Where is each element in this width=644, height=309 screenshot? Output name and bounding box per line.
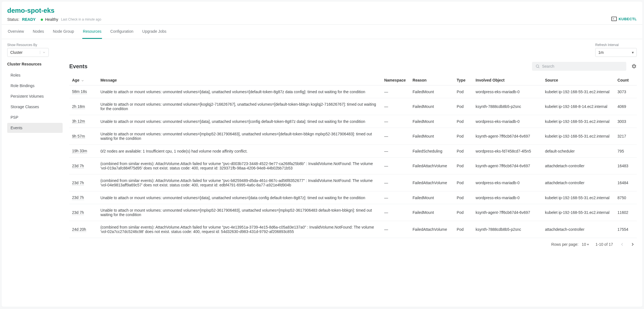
search-icon	[535, 64, 540, 69]
type-cell: Pod	[454, 85, 473, 98]
involved-cell: ksynth-7888cdb8b5-p2snc	[473, 221, 542, 238]
tab-node-group[interactable]: Node Group	[52, 25, 75, 39]
count-cell: 16484	[615, 174, 637, 191]
show-resources-by-field: Show Resources By Cluster	[7, 43, 49, 57]
type-cell: Pod	[454, 128, 473, 145]
table-row: 2h 18mUnable to attach or mount volumes:…	[69, 98, 637, 115]
reason-cell: FailedAttachVolume	[410, 158, 454, 174]
type-cell: Pod	[454, 191, 473, 204]
age-cell: 19h 33m	[72, 149, 87, 153]
gear-icon[interactable]	[631, 64, 637, 69]
message-cell: (combined from similar events): AttachVo…	[98, 174, 381, 191]
message-cell: 0/2 nodes are available: 1 Insufficient …	[98, 145, 381, 158]
age-cell: 23d 7h	[72, 195, 84, 200]
col-header-source[interactable]: Source	[542, 75, 615, 85]
reason-cell: FailedMount	[410, 128, 454, 145]
refresh-interval-select[interactable]: 1m ▾	[595, 48, 637, 57]
namespace-cell: —	[381, 191, 410, 204]
source-cell: kubelet ip-192-168-55-31.ec2.internal	[542, 115, 615, 128]
tab-upgrade-jobs[interactable]: Upgrade Jobs	[142, 25, 167, 39]
involved-cell: wordpress-eks-mariadb-0	[473, 85, 542, 98]
col-header-reason[interactable]: Reason	[410, 75, 454, 85]
health-text: Healthy	[45, 17, 58, 22]
table-row: 23d 7h(combined from similar events): At…	[69, 174, 637, 191]
table-row: 9h 57mUnable to attach or mount volumes:…	[69, 128, 637, 145]
status-value: READY	[22, 17, 36, 22]
count-cell: 3217	[615, 128, 637, 145]
count-cell: 795	[615, 145, 637, 158]
sidebar-item-persistent-volumes[interactable]: Persistent Volumes	[7, 91, 63, 101]
age-cell: 24d 20h	[72, 227, 86, 232]
sidebar-item-roles[interactable]: Roles	[7, 70, 63, 80]
tab-overview[interactable]: Overview	[7, 25, 24, 39]
sidebar-item-storage-classes[interactable]: Storage Classes	[7, 102, 63, 112]
message-cell: (combined from similar events): AttachVo…	[98, 158, 381, 174]
col-header-age[interactable]: Age	[69, 75, 98, 85]
count-cell: 16483	[615, 158, 637, 174]
involved-cell: ksynth-7888cdb8b5-p2snc	[473, 98, 542, 115]
search-box[interactable]	[532, 62, 626, 71]
col-header-namespace[interactable]: Namespace	[381, 75, 410, 85]
sidebar: Cluster Resources RolesRole BindingsPers…	[7, 62, 63, 133]
events-title: Events	[69, 63, 88, 70]
kubectl-label: KUBECTL	[619, 17, 637, 21]
kubectl-button[interactable]: >_ KUBECTL	[611, 17, 637, 21]
svg-line-1	[538, 67, 539, 68]
age-cell: 23d 7h	[72, 164, 84, 168]
tab-configuration[interactable]: Configuration	[110, 25, 134, 39]
next-page-button[interactable]	[630, 242, 635, 247]
involved-cell: wordpress-eks-mariadb-0	[473, 174, 542, 191]
message-cell: Unable to attach or mount volumes: unmou…	[98, 115, 381, 128]
col-header-count[interactable]: Count	[615, 75, 637, 85]
involved-cell: wordpress-eks-fd7458cd7-4l5n5	[473, 145, 542, 158]
sidebar-item-events[interactable]: Events	[7, 123, 63, 133]
status-label: Status:	[7, 17, 19, 22]
type-cell: Pod	[454, 204, 473, 221]
message-cell: Unable to attach or mount volumes: unmou…	[98, 85, 381, 98]
table-row: 24d 20h(combined from similar events): A…	[69, 221, 637, 238]
table-row: 23d 7hUnable to attach or mount volumes:…	[69, 191, 637, 204]
type-cell: Pod	[454, 98, 473, 115]
refresh-interval-label: Refresh Interval	[595, 43, 637, 47]
age-cell: 9h 57m	[72, 134, 85, 139]
namespace-cell: —	[381, 158, 410, 174]
rows-per-page-label: Rows per page:	[551, 242, 578, 247]
source-cell: kubelet ip-192-168-55-31.ec2.internal	[542, 204, 615, 221]
sidebar-item-role-bindings[interactable]: Role Bindings	[7, 81, 63, 91]
prev-page-button[interactable]	[620, 242, 625, 247]
count-cell: 8750	[615, 191, 637, 204]
terminal-icon: >_	[611, 17, 617, 21]
message-cell: Unable to attach or mount volumes: unmou…	[98, 204, 381, 221]
search-input[interactable]	[542, 64, 623, 69]
tab-resources[interactable]: Resources	[82, 25, 102, 39]
show-resources-by-select[interactable]: Cluster	[7, 48, 49, 57]
main-content: Events Ag	[69, 62, 637, 248]
refresh-interval-value: 1m	[598, 50, 604, 55]
last-check-text: Last Check in a minute ago	[61, 17, 101, 21]
page-header: demo-spot-eks Status: READY Healthy Last…	[2, 2, 642, 25]
col-header-type[interactable]: Type	[454, 75, 473, 85]
message-cell: (combined from similar events): AttachVo…	[98, 221, 381, 238]
source-cell: kubelet ip-192-168-55-31.ec2.internal	[542, 191, 615, 204]
table-row: 58m 18sUnable to attach or mount volumes…	[69, 85, 637, 98]
message-cell: Unable to attach or mount volumes: unmou…	[98, 98, 381, 115]
age-cell: 23d 7h	[72, 210, 84, 215]
count-cell: 3073	[615, 85, 637, 98]
pagination: Rows per page: 10 ▾ 1-10 of 17	[69, 238, 637, 248]
col-header-involved[interactable]: Involved Object	[473, 75, 542, 85]
involved-cell: ksynth-agent-7ff6cb67d4-6v697	[473, 128, 542, 145]
sidebar-item-psp[interactable]: PSP	[7, 112, 63, 122]
rows-per-page-select[interactable]: 10 ▾	[582, 242, 589, 247]
source-cell: attachdetach-controller	[542, 158, 615, 174]
pagination-range: 1-10 of 17	[596, 242, 613, 247]
reason-cell: FailedMount	[410, 204, 454, 221]
sidebar-title: Cluster Resources	[7, 62, 63, 66]
type-cell: Pod	[454, 158, 473, 174]
involved-cell: ksynth-agent-7ff6cb67d4-6v697	[473, 204, 542, 221]
caret-down-icon: ▾	[632, 50, 634, 55]
tab-nodes[interactable]: Nodes	[32, 25, 44, 39]
col-header-message[interactable]: Message	[98, 75, 381, 85]
namespace-cell: —	[381, 98, 410, 115]
caret-down-icon: ▾	[587, 243, 589, 246]
age-cell: 23d 7h	[72, 181, 84, 185]
